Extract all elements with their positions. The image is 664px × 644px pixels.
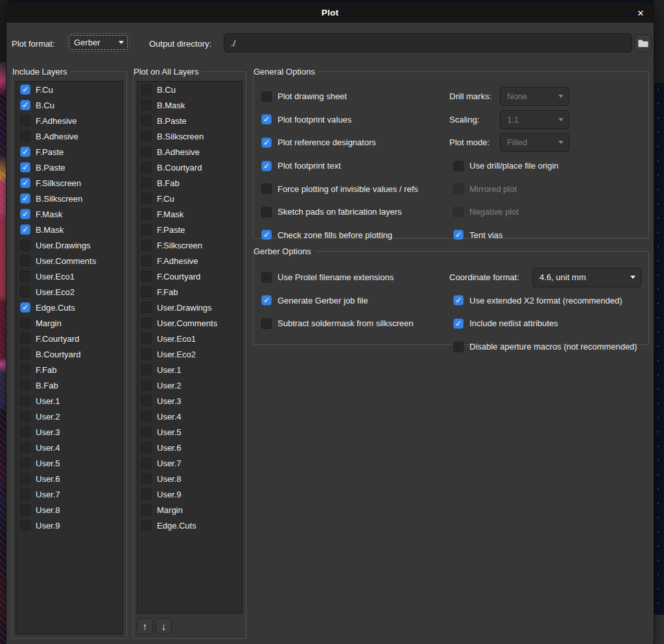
option-row[interactable]: Use Protel filename extensions [261, 266, 446, 289]
layer-checkbox[interactable] [141, 458, 152, 468]
option-checkbox[interactable] [261, 272, 272, 283]
layer-row[interactable]: F.Adhesive [137, 253, 242, 268]
layer-row[interactable]: User.4 [16, 440, 123, 455]
layer-row[interactable]: User.Eco2 [16, 284, 123, 300]
layer-row[interactable]: User.Comments [16, 253, 123, 268]
layer-row[interactable]: ✓ B.Silkscreen [16, 191, 123, 206]
layer-row[interactable]: B.Courtyard [16, 346, 123, 362]
layer-checkbox[interactable] [20, 411, 30, 422]
layer-checkbox[interactable] [141, 100, 152, 110]
option-row[interactable]: Use drill/place file origin [449, 154, 644, 178]
layer-checkbox[interactable]: ✓ [20, 209, 30, 219]
layer-checkbox[interactable] [141, 427, 152, 437]
layer-row[interactable]: User.5 [16, 455, 123, 471]
plot-on-all-layers-list[interactable]: B.Cu B.Mask B.Paste B.Silkscreen [137, 81, 243, 614]
move-layer-down-button[interactable]: ↓ [156, 618, 172, 634]
layer-checkbox[interactable] [141, 209, 152, 219]
layer-checkbox[interactable]: ✓ [20, 178, 30, 188]
layer-checkbox[interactable] [141, 473, 152, 484]
layer-row[interactable]: F.Cu [137, 191, 242, 206]
layer-row[interactable]: B.Silkscreen [137, 128, 242, 144]
layer-row[interactable]: ✓ F.Silkscreen [16, 175, 123, 191]
layer-checkbox[interactable] [141, 318, 152, 328]
layer-row[interactable]: B.Cu [137, 82, 242, 97]
option-checkbox[interactable] [453, 184, 464, 194]
option-checkbox[interactable]: ✓ [453, 318, 464, 329]
layer-checkbox[interactable] [20, 318, 30, 328]
option-checkbox[interactable] [453, 342, 464, 352]
layer-checkbox[interactable] [20, 131, 30, 141]
plot-format-dropdown[interactable]: Gerber [67, 33, 130, 52]
option-row[interactable]: ✓ Generate Gerber job file [261, 289, 446, 313]
layer-row[interactable]: ✓ B.Cu [16, 97, 123, 113]
move-layer-up-button[interactable]: ↑ [137, 618, 153, 634]
layer-checkbox[interactable]: ✓ [20, 84, 30, 95]
layer-row[interactable]: F.Fab [137, 284, 242, 300]
layer-checkbox[interactable] [20, 505, 30, 515]
layer-row[interactable]: B.Courtyard [137, 160, 242, 175]
close-icon[interactable]: ✕ [633, 5, 648, 21]
layer-row[interactable]: User.1 [137, 362, 242, 377]
layer-checkbox[interactable] [141, 520, 152, 531]
layer-row[interactable]: F.Adhesive [16, 113, 123, 128]
option-row[interactable]: Subtract soldermask from silkscreen [261, 312, 446, 335]
layer-checkbox[interactable] [141, 489, 152, 499]
layer-checkbox[interactable] [20, 396, 30, 406]
layer-checkbox[interactable] [141, 333, 152, 344]
layer-checkbox[interactable]: ✓ [20, 224, 30, 235]
coordinate-format-dropdown[interactable]: 4.6, unit mm [532, 268, 641, 287]
option-row[interactable]: ✓ Plot footprint text [261, 154, 446, 178]
layer-checkbox[interactable] [20, 287, 30, 297]
option-checkbox[interactable] [261, 207, 272, 217]
layer-row[interactable]: User.5 [137, 424, 242, 440]
layer-checkbox[interactable] [141, 240, 152, 250]
option-checkbox[interactable] [261, 184, 272, 194]
layer-checkbox[interactable] [141, 271, 152, 281]
option-checkbox[interactable]: ✓ [261, 295, 272, 305]
layer-checkbox[interactable] [20, 427, 30, 437]
option-row[interactable]: ✓ Plot footprint values [261, 108, 446, 132]
layer-row[interactable]: User.6 [137, 440, 242, 455]
layer-row[interactable]: B.Adhesive [137, 144, 242, 160]
layer-row[interactable]: User.6 [16, 471, 123, 486]
layer-checkbox[interactable] [20, 349, 30, 359]
layer-row[interactable]: User.Drawings [137, 300, 242, 315]
option-row[interactable]: ✓ Include netlist attributes [449, 312, 645, 335]
layer-row[interactable]: Margin [137, 502, 242, 518]
option-checkbox[interactable]: ✓ [261, 161, 272, 171]
layer-row[interactable]: ✓ B.Mask [16, 222, 123, 237]
layer-checkbox[interactable] [141, 349, 152, 359]
layer-checkbox[interactable]: ✓ [20, 302, 30, 313]
layer-row[interactable]: User.8 [137, 471, 242, 486]
layer-checkbox[interactable] [20, 240, 30, 250]
layer-row[interactable]: Margin [16, 315, 123, 331]
layer-row[interactable]: F.Fab [16, 362, 123, 377]
layer-row[interactable]: User.3 [16, 424, 123, 440]
layer-row[interactable]: F.Silkscreen [137, 237, 242, 253]
option-checkbox[interactable] [261, 91, 272, 102]
output-directory-input[interactable] [224, 33, 632, 53]
layer-row[interactable]: B.Paste [137, 113, 242, 128]
layer-checkbox[interactable] [20, 473, 30, 484]
layer-row[interactable]: User.Drawings [16, 237, 123, 253]
layer-checkbox[interactable] [141, 193, 152, 204]
option-checkbox[interactable]: ✓ [453, 295, 464, 305]
layer-checkbox[interactable] [141, 178, 152, 188]
layer-row[interactable]: User.3 [137, 393, 242, 409]
layer-row[interactable]: User.1 [16, 393, 123, 409]
option-row[interactable]: Plot drawing sheet [261, 85, 446, 108]
layer-checkbox[interactable] [141, 162, 152, 173]
layer-row[interactable]: User.7 [137, 455, 242, 471]
layer-row[interactable]: B.Adhesive [16, 128, 123, 144]
option-checkbox[interactable] [453, 161, 464, 171]
option-checkbox[interactable]: ✓ [261, 230, 272, 240]
option-row[interactable]: Disable aperture macros (not recommended… [449, 335, 645, 359]
layer-checkbox[interactable] [141, 380, 152, 390]
layer-checkbox[interactable] [141, 396, 152, 406]
layer-checkbox[interactable]: ✓ [20, 147, 30, 157]
layer-row[interactable]: User.4 [137, 409, 242, 424]
option-checkbox[interactable] [453, 207, 464, 217]
option-row[interactable]: ✓ Plot reference designators [261, 131, 446, 154]
option-checkbox[interactable]: ✓ [453, 230, 464, 240]
browse-folder-button[interactable] [634, 34, 652, 52]
